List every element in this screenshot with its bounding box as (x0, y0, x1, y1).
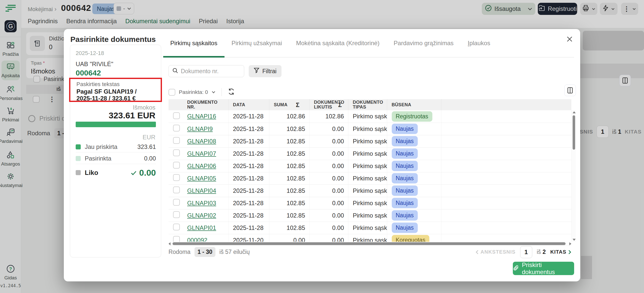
tab-moketina-saskaita[interactable]: Mokėtina sąskaita (Kreditorinė) (289, 29, 387, 57)
document-link[interactable]: GLNAPI03 (187, 200, 216, 206)
document-link[interactable]: GLNAPI9 (187, 125, 213, 132)
rodoma-label: Rodoma (169, 249, 190, 255)
row-checkbox[interactable] (173, 236, 180, 242)
tab-iplaukos[interactable]: Įplaukos (461, 29, 497, 57)
document-balance: 0.00 (309, 234, 348, 242)
tab-pardavimo-grazinimas[interactable]: Pardavimo grąžinimas (387, 29, 461, 57)
of-label: iš (537, 249, 541, 255)
document-link[interactable]: GLNAPI06 (187, 163, 216, 169)
status-badge: Naujas (392, 124, 418, 134)
next-page-button[interactable]: KITAS (550, 249, 571, 255)
documents-table: DOKUMENTO NR. DATA SUMA Σ DOKUMENTO LIKU… (169, 99, 571, 242)
row-checkbox[interactable] (173, 199, 180, 206)
header-checkbox-cell (169, 99, 183, 110)
document-link[interactable]: GLNAPI02 (187, 212, 216, 219)
payment-company: UAB "RIVILĖ" (76, 61, 113, 68)
row-checkbox[interactable] (173, 149, 180, 156)
payment-type-label: Išmokos (133, 104, 155, 111)
document-balance: 0.00 (309, 135, 348, 147)
document-link[interactable]: GLNAPI16 (187, 113, 216, 120)
page-input[interactable]: 1 (520, 246, 532, 258)
divider (221, 88, 222, 96)
document-link[interactable]: GLNAPI05 (187, 175, 216, 182)
row-checkbox[interactable] (173, 112, 180, 119)
row-checkbox[interactable] (173, 137, 180, 144)
selection-count-label[interactable]: Pasirinkta: 0 (179, 89, 208, 95)
row-checkbox[interactable] (173, 174, 180, 181)
document-sum: 102.85 (269, 160, 309, 172)
status-badge: Naujas (392, 148, 418, 159)
row-checkbox[interactable] (173, 211, 180, 218)
document-link[interactable]: GLNAPI08 (187, 138, 216, 145)
modal-title: Pasirinkite dokumentus (70, 35, 156, 44)
header-busena[interactable]: BŪSENA (387, 99, 441, 110)
table-row: GLNAPI022025-11-28102.850.00Pirkimo sąsk… (169, 209, 571, 222)
document-date: 2025-11-28 (228, 184, 269, 197)
document-link[interactable]: GLNAPI04 (187, 187, 216, 194)
document-balance: 0.00 (309, 172, 348, 184)
horizontal-scrollbar[interactable] (169, 242, 571, 246)
header-data[interactable]: DATA (228, 99, 269, 110)
header-filler (441, 99, 571, 110)
document-date: 2025-11-28 (228, 123, 269, 135)
document-sum: 0.00 (269, 234, 309, 242)
app-screen: G Pradžia Apskaita (0, 0, 644, 293)
status-badge: Naujas (392, 198, 418, 208)
tab-pirkimu-saskaitos[interactable]: Pirkimų sąskaitos (163, 29, 225, 57)
payment-number: 000642 (76, 69, 101, 77)
scroll-right-icon[interactable] (569, 242, 571, 245)
select-all-checkbox[interactable] (169, 89, 175, 96)
assigned-label: Jau priskirta (85, 143, 117, 150)
row-checkbox[interactable] (173, 187, 180, 193)
table-row: 0000922025-11-200.000.00Pirkimo sąskaitK… (169, 234, 571, 242)
scroll-up-icon[interactable] (573, 111, 576, 113)
selected-label: Pasirinkta (85, 155, 111, 162)
document-link[interactable]: GLNAPI07 (187, 150, 216, 157)
scroll-down-icon[interactable] (573, 239, 576, 241)
vertical-scroll-thumb[interactable] (573, 115, 575, 150)
document-sum: 102.85 (269, 123, 309, 135)
chevron-down-icon[interactable] (212, 91, 215, 93)
columns-icon[interactable] (564, 85, 576, 96)
document-search[interactable] (169, 65, 244, 77)
search-input[interactable] (181, 68, 236, 75)
document-sum: 102.85 (269, 197, 309, 209)
payment-date: 2025-12-18 (76, 50, 104, 57)
row-checkbox[interactable] (173, 224, 180, 230)
previous-page-button[interactable]: ANKSTESNIS (475, 249, 516, 255)
check-icon (131, 168, 137, 178)
document-date: 2025-11-28 (228, 172, 269, 184)
header-dokumento-likutis[interactable]: DOKUMENTO LIKUTIS Σ (309, 99, 348, 110)
vertical-scrollbar[interactable] (571, 110, 576, 242)
assign-documents-button[interactable]: Priskirti dokumentus (513, 262, 574, 275)
document-sum: 102.85 (269, 135, 309, 147)
header-dokumento-nr[interactable]: DOKUMENTO NR. (183, 99, 228, 110)
tab-pirkimu-uzsakymai[interactable]: Pirkimų užsakymai (225, 29, 289, 57)
sigma-icon[interactable]: Σ (296, 102, 300, 107)
document-type: Pirkimo sąskait (348, 184, 387, 197)
document-balance: 0.00 (309, 209, 348, 222)
selected-legend-icon (76, 156, 81, 161)
horizontal-scroll-thumb[interactable] (173, 242, 566, 245)
document-balance: 0.00 (309, 222, 348, 234)
document-link[interactable]: 000092 (187, 237, 207, 242)
scroll-left-icon[interactable] (169, 242, 171, 245)
row-checkbox[interactable] (173, 125, 180, 131)
document-date: 2025-11-28 (228, 209, 269, 222)
document-link[interactable]: GLNAPI01 (187, 224, 216, 231)
document-sum: 102.85 (269, 147, 309, 160)
header-dokumento-tipas[interactable]: DOKUMENTO TIPAS (348, 99, 387, 110)
table-row: GLNAPI162025-11-28102.86102.86Pirkimo są… (169, 110, 571, 123)
sigma-icon[interactable]: Σ (338, 102, 342, 107)
document-date: 2025-11-28 (228, 222, 269, 234)
document-sum: 102.85 (269, 209, 309, 222)
filter-button[interactable]: Filtrai (249, 65, 282, 77)
document-date: 2025-11-28 (228, 197, 269, 209)
document-type: Pirkimo sąskait (348, 147, 387, 160)
row-checkbox[interactable] (173, 162, 180, 169)
document-type: Pirkimo sąskait (348, 110, 387, 123)
refresh-icon[interactable] (228, 88, 235, 96)
document-balance: 0.00 (309, 160, 348, 172)
header-suma[interactable]: SUMA Σ (269, 99, 309, 110)
assigned-legend-icon (76, 144, 81, 149)
